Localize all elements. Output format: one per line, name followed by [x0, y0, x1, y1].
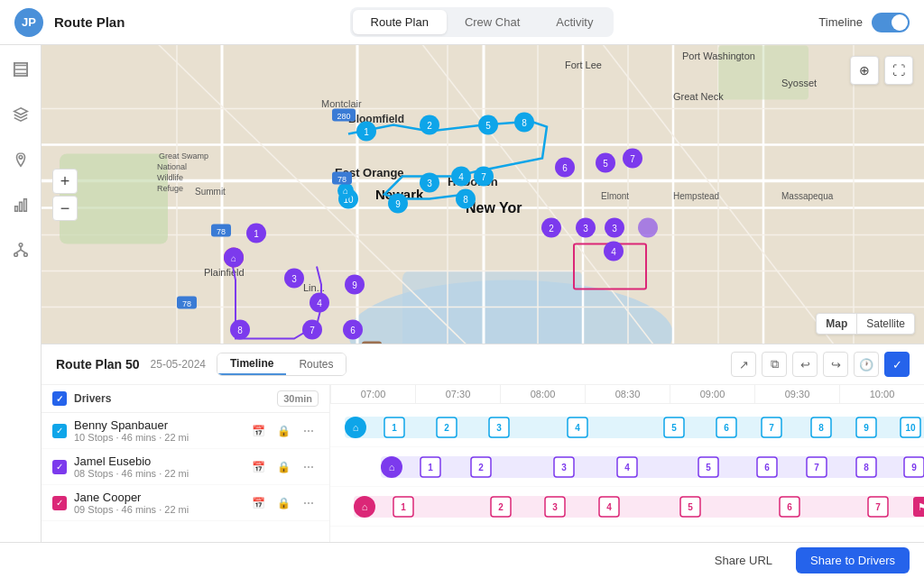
svg-text:Great Swamp: Great Swamp: [159, 151, 208, 161]
driver-checkbox-1[interactable]: [52, 424, 67, 438]
svg-text:7: 7: [630, 154, 635, 164]
svg-point-7: [14, 253, 17, 257]
svg-text:2: 2: [444, 423, 449, 433]
svg-text:6: 6: [562, 163, 568, 173]
timeline-rows: ⌂ 1 2 3 4: [330, 404, 924, 530]
svg-text:⌂: ⌂: [362, 501, 368, 512]
tick-0900: 09:00: [670, 385, 754, 403]
svg-rect-3: [14, 206, 17, 211]
calendar-icon-1[interactable]: 📅: [248, 421, 268, 441]
svg-text:7: 7: [310, 326, 315, 335]
zoom-fit-button[interactable]: ⊕: [850, 56, 879, 85]
rp-content: ✓ Drivers 30min Benny Spanbauer 10 Stops…: [42, 385, 924, 542]
driver-info-3: Jane Cooper 09 Stops · 46 mins · 22 mi: [74, 491, 248, 515]
driver-icons-3: 📅 🔒 ⋯: [248, 493, 319, 513]
svg-text:1: 1: [364, 127, 369, 137]
share-to-drivers-button[interactable]: Share to Drivers: [796, 547, 910, 573]
copy-button[interactable]: ⧉: [762, 352, 787, 377]
lock-icon-3[interactable]: 🔒: [273, 493, 293, 513]
map-type-map[interactable]: Map: [817, 314, 856, 334]
select-all-checkbox[interactable]: ✓: [52, 391, 67, 406]
time-interval[interactable]: 30min: [277, 390, 319, 407]
svg-rect-124: [345, 417, 924, 438]
redo-button[interactable]: ↪: [823, 352, 848, 377]
timeline-row-2: ⌂ 1 2 3 4 5: [330, 447, 924, 487]
map-container[interactable]: Montclair Bloomfield East Orange Newark …: [42, 45, 924, 344]
calendar-icon-2[interactable]: 📅: [248, 457, 268, 477]
svg-text:3: 3: [552, 502, 558, 512]
sidebar-chart-icon[interactable]: [7, 191, 34, 218]
rp-title: Route Plan 50: [56, 357, 140, 372]
svg-text:8: 8: [522, 118, 527, 128]
svg-text:4: 4: [317, 298, 322, 308]
tick-0700: 07:00: [330, 385, 415, 403]
svg-point-111: [638, 218, 658, 238]
sidebar-menu-icon[interactable]: [7, 56, 34, 83]
driver-meta-2: 08 Stops · 46 mins · 22 mi: [74, 468, 248, 479]
driver-row-3: Jane Cooper 09 Stops · 46 mins · 22 mi 📅…: [42, 485, 329, 521]
svg-text:3: 3: [583, 224, 588, 234]
timeline-toggle[interactable]: [872, 13, 910, 32]
driver-checkbox-3[interactable]: [52, 496, 67, 510]
zoom-out-button[interactable]: −: [52, 196, 78, 221]
svg-text:Wildlife: Wildlife: [157, 173, 183, 182]
svg-text:1: 1: [401, 502, 406, 512]
tick-0800: 08:00: [500, 385, 585, 403]
rp-tabs: Timeline Routes: [217, 353, 347, 376]
lock-icon-1[interactable]: 🔒: [273, 421, 293, 441]
svg-text:1: 1: [428, 463, 433, 472]
header-tabs: Route Plan Crew Chat Activity: [350, 7, 614, 37]
map-type-satellite[interactable]: Satellite: [857, 314, 914, 334]
svg-text:⌂: ⌂: [353, 422, 359, 433]
tab-route-plan[interactable]: Route Plan: [353, 10, 447, 34]
svg-text:3: 3: [612, 224, 617, 234]
tab-activity[interactable]: Activity: [538, 10, 611, 34]
map-zoom: + −: [52, 169, 78, 221]
svg-text:8: 8: [818, 423, 824, 433]
driver-list-header: ✓ Drivers 30min: [42, 385, 329, 413]
svg-text:1: 1: [254, 229, 259, 239]
map-panel: Montclair Bloomfield East Orange Newark …: [42, 45, 924, 542]
more-icon-2[interactable]: ⋯: [299, 457, 319, 477]
svg-text:Great Neck: Great Neck: [673, 91, 724, 102]
fullscreen-button[interactable]: ⛶: [884, 56, 913, 85]
rp-tab-routes[interactable]: Routes: [286, 353, 346, 375]
sidebar-layers-icon[interactable]: [7, 101, 34, 128]
page-title: Route Plan: [54, 14, 350, 30]
timeline-row-3: ⌂ 1 2 3 4 5: [330, 487, 924, 527]
svg-text:2: 2: [549, 224, 554, 234]
svg-text:2: 2: [427, 121, 432, 131]
more-icon-3[interactable]: ⋯: [299, 493, 319, 513]
timeline-label: Timeline: [818, 15, 863, 29]
svg-text:78: 78: [182, 299, 191, 308]
undo-button[interactable]: ↩: [792, 352, 818, 377]
history-button[interactable]: 🕐: [854, 352, 879, 377]
svg-text:1: 1: [392, 423, 397, 433]
lock-icon-2[interactable]: 🔒: [273, 457, 293, 477]
svg-text:Summit: Summit: [195, 187, 226, 197]
timeline-row-1: ⌂ 1 2 3 4: [330, 408, 924, 447]
sidebar-map-icon[interactable]: [7, 146, 34, 173]
rp-tab-timeline[interactable]: Timeline: [217, 353, 286, 375]
confirm-button[interactable]: ✓: [884, 352, 910, 377]
driver-checkbox-2[interactable]: [52, 460, 67, 474]
svg-text:National: National: [157, 162, 187, 171]
svg-text:9: 9: [395, 199, 401, 209]
svg-text:Fort Lee: Fort Lee: [565, 60, 602, 70]
sidebar-network-icon[interactable]: [7, 236, 34, 263]
rp-actions: ↗ ⧉ ↩ ↪ 🕐 ✓: [731, 352, 910, 377]
export-button[interactable]: ↗: [731, 352, 756, 377]
calendar-icon-3[interactable]: 📅: [248, 493, 268, 513]
svg-text:Hempstead: Hempstead: [673, 191, 719, 201]
share-url-button[interactable]: Share URL: [700, 547, 787, 573]
more-icon-1[interactable]: ⋯: [299, 421, 319, 441]
rp-header: Route Plan 50 25-05-2024 Timeline Routes…: [42, 344, 924, 385]
zoom-in-button[interactable]: +: [52, 169, 78, 194]
svg-point-2: [19, 156, 23, 160]
svg-text:⚑: ⚑: [918, 501, 924, 512]
svg-text:4: 4: [575, 423, 580, 433]
svg-text:Plainfield: Plainfield: [204, 267, 245, 278]
svg-text:10: 10: [905, 423, 916, 433]
svg-text:Syosset: Syosset: [781, 78, 817, 88]
tab-crew-chat[interactable]: Crew Chat: [447, 10, 538, 34]
